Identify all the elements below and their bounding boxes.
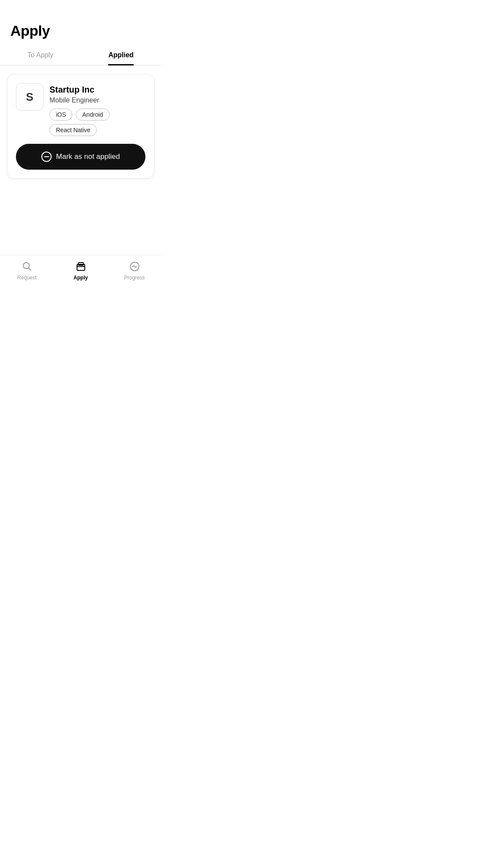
nav-item-progress[interactable]: Progress — [108, 260, 161, 281]
company-logo: S — [16, 83, 43, 111]
svg-point-0 — [23, 263, 29, 269]
tab-applied[interactable]: Applied — [81, 51, 162, 65]
svg-line-1 — [28, 268, 31, 271]
nav-label-request: Request — [17, 275, 37, 281]
company-name: Startup Inc — [49, 85, 145, 95]
apply-icon — [75, 260, 87, 273]
content-area: S Startup Inc Mobile Engineer iOS Androi… — [0, 65, 161, 221]
search-icon — [21, 260, 33, 273]
tab-to-apply[interactable]: To Apply — [0, 51, 81, 65]
header: Apply — [0, 0, 161, 39]
nav-item-apply[interactable]: Apply — [54, 260, 108, 281]
job-card-top: S Startup Inc Mobile Engineer iOS Androi… — [16, 83, 145, 136]
tag-react-native: React Native — [49, 124, 97, 136]
nav-item-request[interactable]: Request — [0, 260, 54, 281]
spacer — [0, 221, 161, 255]
page-wrapper: Apply To Apply Applied S Startup Inc Mob… — [0, 0, 161, 289]
nav-label-apply: Apply — [74, 275, 88, 281]
job-title: Mobile Engineer — [49, 96, 145, 104]
tabs-container: To Apply Applied — [0, 51, 161, 65]
job-info: Startup Inc Mobile Engineer iOS Android … — [49, 83, 145, 136]
mark-as-not-applied-button[interactable]: Mark as not applied — [16, 144, 145, 170]
job-card: S Startup Inc Mobile Engineer iOS Androi… — [7, 74, 154, 179]
minus-icon — [41, 152, 52, 162]
tags-row: iOS Android React Native — [49, 108, 145, 136]
progress-icon — [129, 260, 141, 273]
tag-android: Android — [76, 108, 109, 121]
bottom-nav: Request Apply Progress — [0, 255, 161, 289]
tag-ios: iOS — [49, 108, 72, 121]
nav-label-progress: Progress — [124, 275, 145, 281]
page-title: Apply — [10, 22, 151, 39]
